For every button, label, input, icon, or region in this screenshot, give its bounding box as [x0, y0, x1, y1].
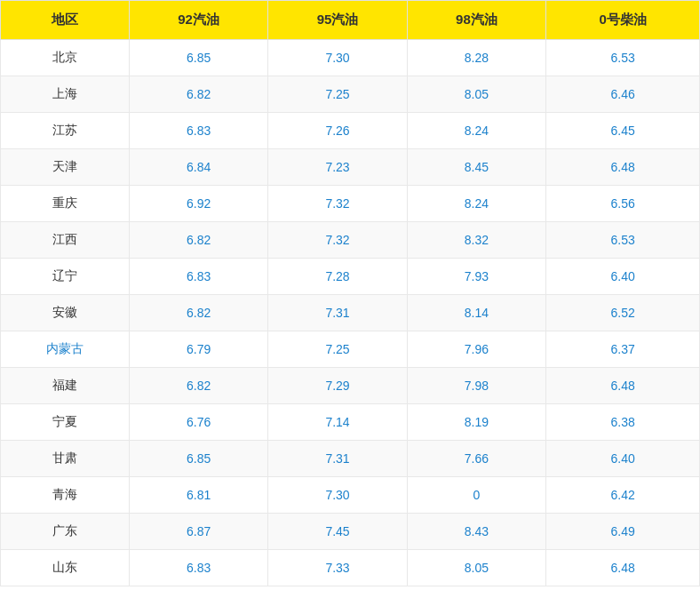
- table-row: 上海6.827.258.056.46: [1, 76, 700, 113]
- table-row: 广东6.877.458.436.49: [1, 514, 700, 550]
- g92-cell: 6.76: [129, 404, 267, 441]
- diesel-cell: 6.53: [546, 222, 700, 259]
- diesel-cell: 6.40: [546, 259, 700, 295]
- region-cell: 江西: [1, 222, 130, 259]
- diesel-cell: 6.48: [546, 368, 700, 404]
- g92-cell: 6.85: [129, 441, 267, 477]
- region-cell[interactable]: 内蒙古: [1, 331, 130, 368]
- diesel-cell: 6.45: [546, 113, 700, 149]
- g95-cell: 7.33: [268, 550, 407, 586]
- g98-cell: 8.32: [407, 222, 545, 259]
- diesel-cell: 6.53: [546, 40, 700, 76]
- table-row: 福建6.827.297.986.48: [1, 368, 700, 404]
- g98-cell: 8.19: [407, 404, 545, 441]
- diesel-cell: 6.42: [546, 477, 700, 514]
- g92-cell: 6.82: [129, 368, 267, 404]
- table-row: 青海6.817.3006.42: [1, 477, 700, 514]
- g95-cell: 7.23: [268, 149, 407, 186]
- diesel-cell: 6.40: [546, 441, 700, 477]
- g92-cell: 6.79: [129, 331, 267, 368]
- region-cell: 天津: [1, 149, 130, 186]
- table-row: 内蒙古6.797.257.966.37: [1, 331, 700, 368]
- g95-cell: 7.26: [268, 113, 407, 149]
- region-cell: 江苏: [1, 113, 130, 149]
- region-cell: 上海: [1, 76, 130, 113]
- g95-cell: 7.14: [268, 404, 407, 441]
- region-cell: 青海: [1, 477, 130, 514]
- table-row: 宁夏6.767.148.196.38: [1, 404, 700, 441]
- g98-cell: 8.28: [407, 40, 545, 76]
- g92-cell: 6.84: [129, 149, 267, 186]
- g95-cell: 7.31: [268, 295, 407, 331]
- diesel-cell: 6.48: [546, 149, 700, 186]
- region-cell: 广东: [1, 514, 130, 550]
- region-cell: 山东: [1, 550, 130, 586]
- header-g98: 98汽油: [407, 1, 545, 40]
- g98-cell: 8.14: [407, 295, 545, 331]
- diesel-cell: 6.46: [546, 76, 700, 113]
- region-cell: 辽宁: [1, 259, 130, 295]
- g95-cell: 7.31: [268, 441, 407, 477]
- table-row: 重庆6.927.328.246.56: [1, 186, 700, 222]
- g92-cell: 6.92: [129, 186, 267, 222]
- g95-cell: 7.28: [268, 259, 407, 295]
- region-cell: 安徽: [1, 295, 130, 331]
- main-container: 地区 92汽油 95汽油 98汽油 0号柴油 北京6.857.308.286.5…: [0, 0, 700, 606]
- g95-cell: 7.45: [268, 514, 407, 550]
- g98-cell: 8.45: [407, 149, 545, 186]
- g95-cell: 7.30: [268, 40, 407, 76]
- g98-cell: 0: [407, 477, 545, 514]
- diesel-cell: 6.56: [546, 186, 700, 222]
- header-region: 地区: [1, 1, 130, 40]
- header-diesel: 0号柴油: [546, 1, 700, 40]
- fuel-price-table: 地区 92汽油 95汽油 98汽油 0号柴油 北京6.857.308.286.5…: [0, 0, 700, 586]
- g95-cell: 7.32: [268, 222, 407, 259]
- g92-cell: 6.82: [129, 222, 267, 259]
- g98-cell: 7.98: [407, 368, 545, 404]
- table-row: 辽宁6.837.287.936.40: [1, 259, 700, 295]
- g92-cell: 6.82: [129, 76, 267, 113]
- g92-cell: 6.83: [129, 259, 267, 295]
- g98-cell: 8.05: [407, 76, 545, 113]
- region-cell: 重庆: [1, 186, 130, 222]
- region-cell: 北京: [1, 40, 130, 76]
- g95-cell: 7.29: [268, 368, 407, 404]
- table-row: 江苏6.837.268.246.45: [1, 113, 700, 149]
- g95-cell: 7.32: [268, 186, 407, 222]
- region-cell: 甘肃: [1, 441, 130, 477]
- diesel-cell: 6.38: [546, 404, 700, 441]
- table-row: 江西6.827.328.326.53: [1, 222, 700, 259]
- table-row: 天津6.847.238.456.48: [1, 149, 700, 186]
- g95-cell: 7.25: [268, 331, 407, 368]
- g98-cell: 8.24: [407, 186, 545, 222]
- g95-cell: 7.25: [268, 76, 407, 113]
- g98-cell: 7.66: [407, 441, 545, 477]
- g92-cell: 6.81: [129, 477, 267, 514]
- g92-cell: 6.83: [129, 113, 267, 149]
- g98-cell: 8.43: [407, 514, 545, 550]
- g95-cell: 7.30: [268, 477, 407, 514]
- g92-cell: 6.83: [129, 550, 267, 586]
- table-row: 甘肃6.857.317.666.40: [1, 441, 700, 477]
- g98-cell: 7.93: [407, 259, 545, 295]
- g98-cell: 8.05: [407, 550, 545, 586]
- g92-cell: 6.87: [129, 514, 267, 550]
- table-row: 安徽6.827.318.146.52: [1, 295, 700, 331]
- table-row: 北京6.857.308.286.53: [1, 40, 700, 76]
- region-cell: 宁夏: [1, 404, 130, 441]
- diesel-cell: 6.48: [546, 550, 700, 586]
- table-row: 山东6.837.338.056.48: [1, 550, 700, 586]
- diesel-cell: 6.37: [546, 331, 700, 368]
- diesel-cell: 6.49: [546, 514, 700, 550]
- region-cell: 福建: [1, 368, 130, 404]
- diesel-cell: 6.52: [546, 295, 700, 331]
- g98-cell: 7.96: [407, 331, 545, 368]
- g98-cell: 8.24: [407, 113, 545, 149]
- header-g92: 92汽油: [129, 1, 267, 40]
- g92-cell: 6.85: [129, 40, 267, 76]
- g92-cell: 6.82: [129, 295, 267, 331]
- header-g95: 95汽油: [268, 1, 407, 40]
- table-header-row: 地区 92汽油 95汽油 98汽油 0号柴油: [1, 1, 700, 40]
